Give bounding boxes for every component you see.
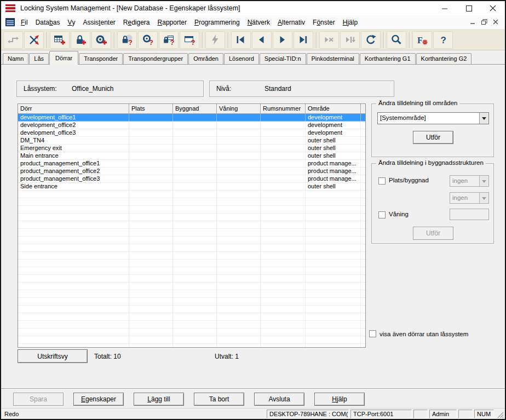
minimize-button[interactable] bbox=[433, 1, 457, 15]
properties-button[interactable]: Egenskaper bbox=[73, 393, 124, 406]
read-lock-button[interactable]: ? bbox=[117, 31, 137, 49]
tcp-port-panel: TCP-Port:6001 bbox=[350, 410, 412, 418]
table-row-dm-tn4[interactable]: DM_TN4outer shell bbox=[18, 137, 365, 145]
tab-pinkodsterminal[interactable]: Pinkodsterminal bbox=[307, 53, 359, 64]
menu-natverk[interactable]: Nätverk bbox=[244, 15, 274, 29]
cell-empty bbox=[261, 290, 306, 298]
table-row-product-management-office3[interactable]: product_management_office3product manage… bbox=[18, 175, 365, 183]
tab-dorrar[interactable]: Dörrar bbox=[49, 51, 78, 65]
chevron-down-icon[interactable] bbox=[479, 113, 488, 124]
cell-dorr: development_office3 bbox=[18, 129, 129, 137]
tab-transpondergrupper[interactable]: Transpondergrupper bbox=[123, 53, 188, 64]
help-button[interactable]: Hjälp bbox=[314, 393, 365, 406]
nav-prev-button[interactable] bbox=[252, 31, 272, 49]
column-header-dorr[interactable]: Dörr bbox=[18, 104, 129, 114]
new-locking-system-button[interactable] bbox=[50, 31, 70, 49]
table-row-empty bbox=[18, 214, 365, 221]
mdi-minimize-button[interactable] bbox=[470, 19, 476, 26]
help-button[interactable]: ? bbox=[433, 31, 453, 49]
tab-special-tid-n[interactable]: Special-TID:n bbox=[260, 53, 306, 64]
door-table[interactable]: DörrPlatsByggnadVåningRumsnummerOmråde d… bbox=[18, 103, 366, 348]
table-row-development-office3[interactable]: development_office3development bbox=[18, 129, 365, 137]
table-row-product-management-office1[interactable]: product_management_office1product manage… bbox=[18, 160, 365, 168]
menu-hjalp[interactable]: Hjälp bbox=[339, 15, 361, 29]
tab-korthantering-g2[interactable]: Korthantering G2 bbox=[416, 53, 472, 64]
skip-delete-button[interactable] bbox=[319, 31, 339, 49]
table-body: development_office1developmentdevelopmen… bbox=[18, 114, 365, 348]
nav-first-button[interactable] bbox=[231, 31, 251, 49]
refresh-button[interactable] bbox=[361, 31, 381, 49]
exit-button[interactable]: Avsluta bbox=[254, 393, 304, 406]
add-button[interactable]: Lägg till bbox=[134, 393, 184, 406]
remove-button[interactable]: Ta bort bbox=[194, 393, 244, 406]
area-execute-button[interactable]: Utför bbox=[413, 131, 453, 144]
resize-grip-icon[interactable] bbox=[495, 410, 504, 418]
new-transponder-button[interactable] bbox=[91, 31, 111, 49]
new-lock-button[interactable] bbox=[71, 31, 90, 49]
mdi-document-icon[interactable] bbox=[5, 18, 15, 26]
show-all-doors-label: visa även dörrar utan låssystem bbox=[380, 331, 468, 337]
tab-korthantering-g1[interactable]: Korthantering G1 bbox=[360, 53, 416, 64]
maximize-button[interactable] bbox=[457, 1, 481, 15]
tab-omraden[interactable]: Områden bbox=[188, 53, 223, 64]
close-button[interactable] bbox=[481, 1, 505, 15]
menu-vy[interactable]: Vy bbox=[64, 15, 79, 29]
place-combobox[interactable]: ingen bbox=[450, 175, 489, 187]
menu-alternativ[interactable]: Alternativ bbox=[274, 15, 309, 29]
tab-transponder[interactable]: Transponder bbox=[79, 53, 123, 64]
cell-filler bbox=[361, 229, 365, 237]
cell-filler bbox=[361, 137, 365, 145]
menu-databas[interactable]: Databas bbox=[32, 15, 64, 29]
menu-redigera[interactable]: Redigera bbox=[119, 15, 154, 29]
mdi-restore-button[interactable] bbox=[481, 19, 487, 26]
building-execute-button[interactable]: Utför bbox=[413, 227, 453, 240]
crossed-arrows-button[interactable] bbox=[24, 31, 44, 49]
print-view-button[interactable]: Utskriftsvy bbox=[18, 349, 88, 363]
cell-empty bbox=[217, 229, 261, 237]
program-button[interactable] bbox=[205, 31, 225, 49]
read-window-button[interactable]: ? bbox=[180, 31, 199, 49]
menu-fonster[interactable]: Fönster bbox=[309, 15, 339, 29]
floor-input[interactable] bbox=[450, 209, 489, 220]
column-header-vaning[interactable]: Våning bbox=[217, 104, 261, 114]
search-button[interactable] bbox=[387, 31, 406, 49]
nav-next-button[interactable] bbox=[273, 31, 292, 49]
cell-dorr: development_office2 bbox=[18, 122, 129, 129]
app-window: Locking System Management - [New Databas… bbox=[0, 0, 506, 420]
table-row-main-entrance[interactable]: Main entranceouter shell bbox=[18, 152, 365, 160]
place-building-checkbox[interactable] bbox=[378, 177, 386, 185]
tab-las[interactable]: Lås bbox=[29, 53, 49, 64]
menu-programmering[interactable]: Programmering bbox=[191, 15, 244, 29]
skip-insert-button[interactable] bbox=[340, 31, 360, 49]
cell-omrade: product manage... bbox=[306, 168, 361, 175]
floor-checkbox[interactable] bbox=[378, 211, 386, 218]
column-header-rumsnummer[interactable]: Rumsnummer bbox=[261, 104, 306, 114]
menu-rapporter[interactable]: Rapporter bbox=[154, 15, 191, 29]
save-button[interactable]: Spara bbox=[13, 393, 64, 406]
building-combobox[interactable]: ingen bbox=[450, 192, 489, 204]
table-row-product-management-office2[interactable]: product_management_office2product manage… bbox=[18, 168, 365, 175]
column-header-plats[interactable]: Plats bbox=[129, 104, 173, 114]
tab-namn[interactable]: Namn bbox=[3, 53, 28, 64]
sync-arrows-button[interactable] bbox=[3, 31, 23, 49]
menu-assistenter[interactable]: Assistenter bbox=[79, 15, 119, 29]
cell-empty bbox=[261, 214, 306, 221]
tab-losenord[interactable]: Lösenord bbox=[224, 53, 259, 64]
table-row-emergency-exit[interactable]: Emergency exitouter shell bbox=[18, 145, 365, 152]
floor-label: Våning bbox=[389, 211, 409, 217]
cell-empty bbox=[306, 237, 361, 244]
table-row-side-entrance[interactable]: Side entranceouter shell bbox=[18, 183, 365, 191]
table-row-development-office1[interactable]: development_office1development bbox=[18, 114, 365, 122]
read-lock-card-button[interactable]: ? bbox=[159, 31, 179, 49]
column-header-omrade[interactable]: Område bbox=[306, 104, 361, 114]
building-structure-group: Ändra tilldelning i byggnadsstrukturen P… bbox=[371, 163, 494, 244]
table-row-development-office2[interactable]: development_office2development bbox=[18, 122, 365, 129]
column-header-byggnad[interactable]: Byggnad bbox=[173, 104, 217, 114]
filter-settings-button[interactable]: F bbox=[412, 31, 432, 49]
read-transponder-button[interactable]: ? bbox=[138, 31, 158, 49]
mdi-close-button[interactable] bbox=[493, 19, 498, 26]
show-all-doors-checkbox[interactable] bbox=[369, 330, 376, 337]
area-combobox[interactable]: [Systemområde] bbox=[377, 112, 489, 124]
menu-fil[interactable]: Fil bbox=[17, 15, 32, 29]
nav-last-button[interactable] bbox=[294, 31, 313, 49]
